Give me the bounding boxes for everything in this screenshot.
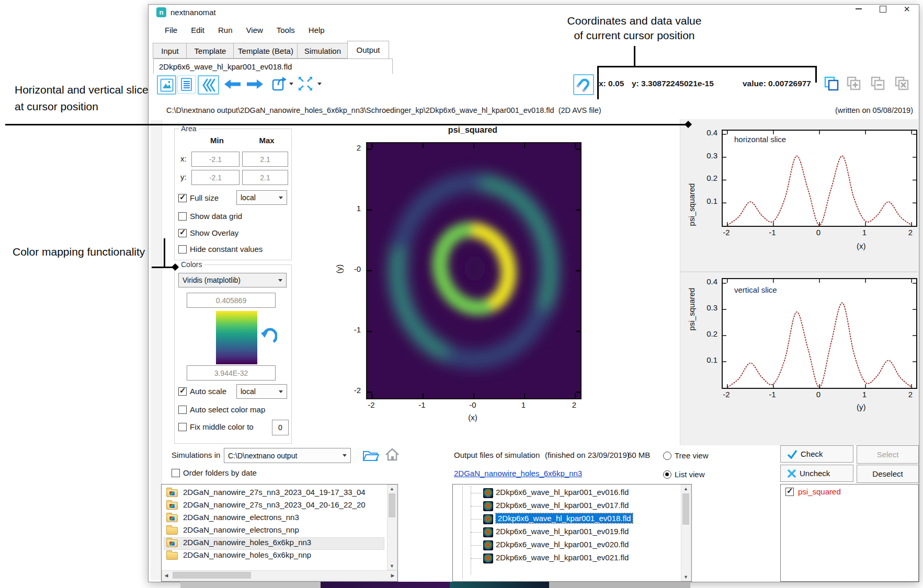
- close-plot-button[interactable]: [893, 75, 911, 92]
- y-max-field[interactable]: 2.1: [242, 170, 288, 185]
- menu-edit[interactable]: Edit: [184, 23, 211, 37]
- full-size-scope-select[interactable]: local: [236, 190, 287, 205]
- folder-list-vscrollbar[interactable]: ▲ ▼: [387, 485, 397, 570]
- minimize-button[interactable]: [847, 1, 871, 17]
- slice-panel-divider[interactable]: [680, 271, 918, 272]
- simulation-folder-link[interactable]: 2DGaN_nanowire_holes_6x6kp_nn3: [454, 469, 582, 478]
- hslice-xtick: -2: [716, 228, 737, 237]
- fix-middle-value-field[interactable]: 0: [272, 420, 289, 435]
- fix-middle-checkbox[interactable]: [178, 423, 187, 431]
- vertical-slice-xlabel: (y): [857, 402, 866, 411]
- background-strip: [450, 582, 549, 588]
- order-by-date-checkbox[interactable]: [172, 469, 180, 477]
- main-heatmap-plot[interactable]: [366, 142, 582, 399]
- x-min-field[interactable]: -2.1: [191, 152, 240, 167]
- horizontal-slice-curve: [727, 156, 911, 225]
- auto-scale-checkbox[interactable]: [178, 387, 187, 396]
- show-overlay-checkbox[interactable]: [178, 229, 187, 237]
- folder-list-hscrollbar[interactable]: ◀ ▶: [162, 570, 397, 581]
- colormap-max-field[interactable]: 0.405869: [187, 293, 276, 308]
- plot-view-button[interactable]: [157, 75, 176, 95]
- fullscreen-dropdown-caret[interactable]: [317, 83, 322, 85]
- maximize-icon: [880, 6, 886, 13]
- add-plot-button[interactable]: [845, 75, 863, 92]
- main-xtick: -2: [360, 400, 383, 409]
- scrollbar-thumb[interactable]: [389, 493, 395, 517]
- main-xtick: -0: [461, 400, 484, 409]
- menu-help[interactable]: Help: [302, 23, 332, 37]
- menu-view[interactable]: View: [240, 23, 270, 37]
- flip-colormap-button[interactable]: [259, 324, 278, 345]
- tab-simulation[interactable]: Simulation: [297, 43, 348, 59]
- scrollbar-thumb[interactable]: [173, 572, 251, 579]
- magnet-snap-button[interactable]: [573, 74, 594, 95]
- arrow-left-icon: [223, 78, 242, 90]
- show-data-grid-label: Show data grid: [190, 212, 242, 221]
- deselect-button[interactable]: Deselect: [857, 465, 919, 483]
- main-ytick: -2: [340, 386, 361, 395]
- scroll-down-icon[interactable]: ▼: [388, 562, 396, 570]
- list-view-label: List view: [675, 470, 705, 479]
- y-min-field[interactable]: -2.1: [191, 170, 240, 185]
- uncheck-button[interactable]: Uncheck: [780, 465, 853, 482]
- export-dropdown-caret[interactable]: [289, 83, 293, 85]
- back-button[interactable]: [222, 76, 243, 92]
- menu-tools[interactable]: Tools: [270, 23, 302, 37]
- simulations-path-combo[interactable]: C:\D\nextnano output: [224, 448, 351, 463]
- min-header: Min: [193, 136, 241, 145]
- hide-constant-checkbox[interactable]: [178, 245, 187, 253]
- text-view-button[interactable]: [177, 75, 196, 94]
- maximize-button[interactable]: [871, 1, 895, 17]
- colormap-min-field[interactable]: 3.944E-32: [187, 365, 276, 381]
- left-splitter[interactable]: [151, 120, 162, 580]
- show-data-grid-checkbox[interactable]: [178, 212, 187, 221]
- file-list-vscrollbar[interactable]: ▲ ▼: [681, 485, 691, 581]
- tree-view-radio[interactable]: [663, 452, 671, 460]
- cursor-value-readout: value: 0.00726977: [743, 79, 811, 88]
- close-button[interactable]: ×: [895, 1, 919, 17]
- scroll-left-icon[interactable]: ◀: [162, 571, 170, 580]
- folder-icon: [166, 552, 178, 560]
- show-overlay-label: Show Overlay: [190, 228, 238, 237]
- field-thumbnail-icon: [483, 527, 493, 537]
- folder-row-selected[interactable]: 2DGaN_nanowire_holes_6x6kp_nn3: [164, 538, 384, 549]
- scroll-up-icon[interactable]: ▲: [681, 485, 690, 492]
- full-size-label: Full size: [190, 193, 219, 202]
- tab-template-beta[interactable]: Template (Beta): [233, 43, 298, 59]
- tab-output[interactable]: Output: [347, 41, 389, 59]
- colormap-select[interactable]: Viridis (matplotlib): [178, 273, 287, 287]
- tab-input[interactable]: Input: [153, 43, 187, 59]
- auto-select-colormap-checkbox[interactable]: [178, 406, 187, 414]
- tab-template[interactable]: Template: [186, 43, 234, 59]
- copy-plot-button[interactable]: [823, 75, 840, 92]
- forward-button[interactable]: [245, 76, 266, 92]
- scrollbar-thumb[interactable]: [682, 493, 689, 525]
- menu-file[interactable]: File: [158, 23, 184, 37]
- list-view-radio[interactable]: [663, 470, 671, 479]
- menu-run[interactable]: Run: [211, 23, 240, 37]
- home-button[interactable]: [384, 446, 401, 463]
- main-ytick: -1: [340, 325, 361, 334]
- scroll-down-icon[interactable]: ▼: [681, 573, 690, 581]
- check-icon: [787, 449, 797, 459]
- fullscreen-button[interactable]: [296, 75, 315, 93]
- auto-scale-scope-select[interactable]: local: [236, 384, 287, 399]
- x-max-field[interactable]: 2.1: [242, 152, 288, 167]
- browse-folder-button[interactable]: [362, 447, 380, 463]
- colors-panel-title: Colors: [179, 260, 204, 269]
- select-button[interactable]: Select: [857, 445, 919, 464]
- cursor-y-readout: y: 3.30872245021e-15: [632, 79, 714, 88]
- export-button[interactable]: [271, 75, 289, 93]
- document-tab[interactable]: 2Dkp6x6_wave_hl_kpar001_ev018.fld: [153, 59, 393, 74]
- coords-annotation-line1: Coordinates and data value: [530, 15, 739, 27]
- x-row-label: x:: [180, 154, 187, 163]
- dataset-checkbox[interactable]: [785, 488, 794, 496]
- scroll-right-icon[interactable]: ▶: [389, 571, 397, 580]
- slices-button[interactable]: [198, 75, 219, 95]
- full-size-checkbox[interactable]: [178, 194, 187, 202]
- field-thumbnail-icon: [483, 554, 493, 563]
- remove-plot-button[interactable]: [869, 75, 887, 92]
- vertical-slice-label: vertical slice: [734, 285, 777, 294]
- check-button[interactable]: Check: [780, 445, 853, 463]
- scroll-up-icon[interactable]: ▲: [388, 485, 396, 492]
